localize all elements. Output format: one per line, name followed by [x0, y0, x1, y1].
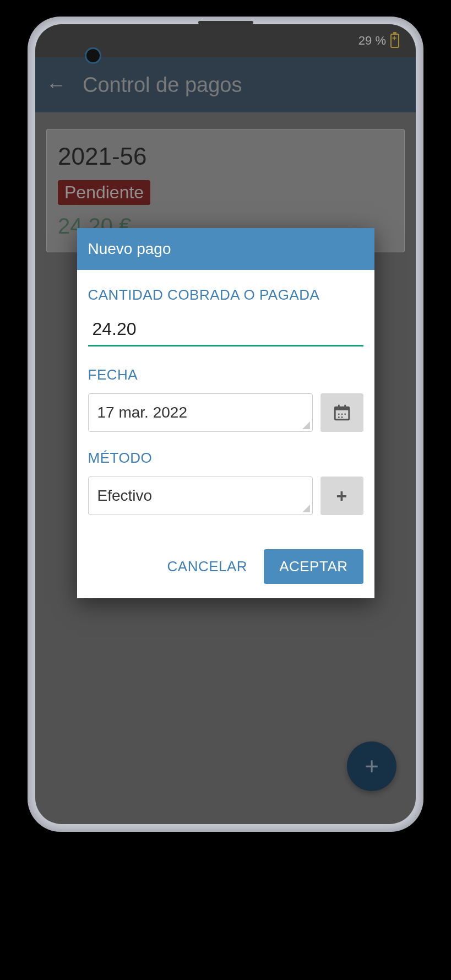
svg-point-7: [338, 416, 339, 418]
svg-point-6: [344, 413, 346, 415]
svg-point-8: [341, 416, 343, 418]
svg-rect-2: [338, 405, 339, 408]
add-method-button[interactable]: +: [320, 477, 363, 515]
calendar-button[interactable]: [320, 393, 363, 432]
method-select[interactable]: Efectivo: [88, 477, 313, 515]
date-label: FECHA: [88, 366, 363, 383]
date-select[interactable]: 17 mar. 2022: [88, 393, 313, 432]
modal-overlay[interactable]: Nuevo pago CANTIDAD COBRADA O PAGADA FEC…: [35, 24, 416, 824]
cancel-button[interactable]: CANCELAR: [167, 558, 248, 575]
svg-point-5: [341, 413, 343, 415]
method-label: MÉTODO: [88, 450, 363, 467]
amount-input[interactable]: [88, 313, 363, 346]
accept-button[interactable]: ACEPTAR: [264, 549, 363, 584]
plus-icon: +: [336, 485, 347, 507]
date-value: 17 mar. 2022: [97, 404, 187, 421]
dialog-body: CANTIDAD COBRADA O PAGADA FECHA 17 mar. …: [77, 270, 374, 538]
dialog-title: Nuevo pago: [77, 228, 374, 270]
phone-speaker: [198, 21, 253, 24]
svg-point-4: [338, 413, 339, 415]
dropdown-triangle-icon: [302, 505, 310, 512]
dropdown-triangle-icon: [302, 421, 310, 429]
method-value: Efectivo: [97, 487, 153, 504]
amount-label: CANTIDAD COBRADA O PAGADA: [88, 286, 363, 304]
svg-rect-1: [335, 407, 349, 410]
phone-frame: 29 % ← Control de pagos 2021-56 Pendient…: [28, 17, 423, 832]
svg-rect-3: [344, 405, 346, 408]
calendar-icon: [333, 403, 351, 422]
new-payment-dialog: Nuevo pago CANTIDAD COBRADA O PAGADA FEC…: [77, 228, 374, 598]
phone-screen: 29 % ← Control de pagos 2021-56 Pendient…: [35, 24, 416, 824]
front-camera: [85, 47, 101, 64]
dialog-actions: CANCELAR ACEPTAR: [77, 538, 374, 598]
